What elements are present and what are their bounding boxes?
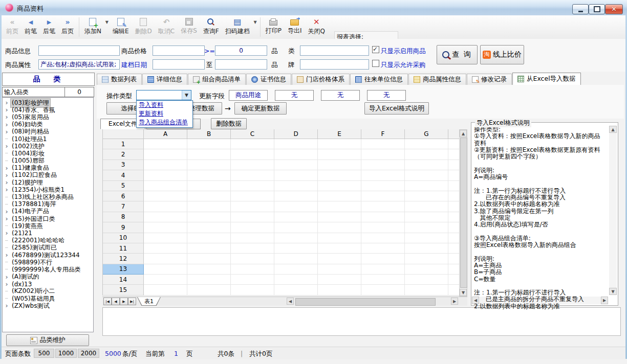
grid-cell[interactable] bbox=[231, 254, 274, 264]
expand-chevron-icon[interactable]: › bbox=[3, 208, 11, 215]
grid-column-header[interactable]: A bbox=[144, 129, 187, 139]
scroll-right-icon[interactable]: ▶ bbox=[451, 298, 458, 305]
scroll-down-icon[interactable]: ▼ bbox=[460, 289, 467, 296]
grid-cell[interactable] bbox=[144, 254, 187, 264]
brand-input[interactable] bbox=[300, 59, 369, 70]
toolbar-button-add-doc[interactable]: 添加N▼ bbox=[82, 17, 104, 37]
grid-row-header[interactable]: 6 bbox=[103, 191, 144, 201]
grid-row-header[interactable]: 9 bbox=[103, 222, 144, 233]
grid-cell[interactable] bbox=[187, 222, 231, 233]
grid-cell[interactable] bbox=[231, 181, 274, 191]
grid-cell[interactable] bbox=[187, 264, 231, 275]
operation-type-combobox[interactable]: ▼ bbox=[136, 90, 191, 100]
grid-cell[interactable] bbox=[144, 233, 187, 243]
grid-cell[interactable] bbox=[187, 243, 231, 254]
toolbar-button-close-red[interactable]: 关闭Q bbox=[306, 17, 328, 37]
grid-cell[interactable] bbox=[144, 170, 187, 180]
grid-cell[interactable] bbox=[274, 243, 318, 254]
grid-row-header[interactable]: 12 bbox=[103, 254, 144, 264]
grid-cell[interactable] bbox=[318, 170, 361, 180]
grid-corner-cell[interactable] bbox=[103, 129, 144, 139]
grid-cell[interactable] bbox=[361, 170, 405, 180]
grid-cell[interactable] bbox=[318, 285, 361, 295]
confirm-update-button[interactable]: 确定更新数据 bbox=[234, 102, 287, 115]
sheet-next-button[interactable]: ▶ bbox=[120, 298, 128, 305]
expand-chevron-icon[interactable]: › bbox=[3, 186, 11, 193]
update-field-button-3[interactable]: 无 bbox=[321, 90, 360, 101]
grid-cell[interactable] bbox=[274, 275, 318, 285]
grid-cell[interactable] bbox=[187, 285, 231, 295]
grid-row-header[interactable]: 14 bbox=[103, 275, 144, 285]
grid-cell[interactable] bbox=[361, 149, 405, 160]
grid-cell[interactable] bbox=[405, 222, 448, 233]
tree-item[interactable]: ›(A)测试的 bbox=[3, 274, 93, 281]
grid-cell[interactable] bbox=[405, 285, 448, 295]
grid-cell[interactable] bbox=[274, 170, 318, 180]
grid-cell[interactable] bbox=[274, 191, 318, 201]
grid-row-header[interactable]: 10 bbox=[103, 233, 144, 243]
tab-partner-info[interactable]: 往来单位信息 bbox=[350, 74, 408, 85]
toolbar-button-edit-doc[interactable]: 编辑E bbox=[110, 17, 132, 37]
sheet-first-button[interactable]: |◀ bbox=[103, 298, 112, 305]
grid-cell[interactable] bbox=[187, 149, 231, 160]
grid-cell[interactable] bbox=[318, 191, 361, 201]
grid-cell[interactable] bbox=[318, 160, 361, 170]
format-help-button[interactable]: 导入Excel格式说明 bbox=[364, 102, 429, 115]
grid-cell[interactable] bbox=[187, 170, 231, 180]
minimize-button[interactable] bbox=[572, 4, 589, 14]
toolbar-button-print[interactable]: 打印P bbox=[263, 17, 284, 36]
grid-cell[interactable] bbox=[361, 254, 405, 264]
category-search-input[interactable]: 输入品类 bbox=[2, 87, 66, 97]
price-min-input[interactable]: 0 bbox=[215, 46, 267, 56]
expand-chevron-icon[interactable]: › bbox=[3, 128, 11, 135]
grid-row-header[interactable]: 8 bbox=[103, 212, 144, 222]
grid-cell[interactable] bbox=[405, 254, 448, 264]
expand-chevron-icon[interactable]: › bbox=[3, 99, 11, 106]
tree-item[interactable]: ╌(19)黄燕燕 bbox=[3, 222, 93, 230]
grid-cell[interactable] bbox=[318, 222, 361, 233]
tab-combo-list[interactable]: 组合商品清单 bbox=[188, 74, 246, 85]
tab-attr-info[interactable]: 商品属性信息 bbox=[408, 74, 466, 85]
scroll-up-icon[interactable]: ▲ bbox=[460, 130, 467, 137]
grid-cell[interactable] bbox=[405, 139, 448, 149]
sheet-last-button[interactable]: ▶| bbox=[128, 298, 136, 305]
dropdown-option[interactable]: 更新资料 bbox=[137, 109, 192, 118]
grid-cell[interactable] bbox=[187, 233, 231, 243]
dropdown-option[interactable]: 导入资料 bbox=[137, 101, 192, 109]
grid-cell[interactable] bbox=[144, 264, 187, 275]
grid-cell[interactable] bbox=[144, 212, 187, 222]
grid-cell[interactable] bbox=[318, 243, 361, 254]
grid-cell[interactable] bbox=[231, 243, 274, 254]
sheet-prev-button[interactable]: ◀ bbox=[112, 298, 120, 305]
toolbar-button-prev-record[interactable]: 前笔 bbox=[22, 17, 39, 37]
grid-cell[interactable] bbox=[274, 254, 318, 264]
grid-cell[interactable] bbox=[187, 139, 231, 149]
grid-cell[interactable] bbox=[144, 222, 187, 233]
grid-cell[interactable] bbox=[231, 160, 274, 170]
grid-cell[interactable] bbox=[144, 191, 187, 201]
grid-cell[interactable] bbox=[318, 275, 361, 285]
grid-cell[interactable] bbox=[318, 149, 361, 160]
grid-cell[interactable] bbox=[274, 264, 318, 275]
grid-cell[interactable] bbox=[231, 285, 274, 295]
grid-cell[interactable] bbox=[274, 212, 318, 222]
grid-column-header[interactable]: B bbox=[187, 129, 231, 139]
grid-cell[interactable] bbox=[144, 243, 187, 254]
grid-cell[interactable] bbox=[274, 222, 318, 233]
grid-cell[interactable] bbox=[187, 160, 231, 170]
grid-cell[interactable] bbox=[231, 264, 274, 275]
online-compare-button[interactable]: 线上比价 bbox=[480, 45, 524, 64]
grid-row-header[interactable]: 7 bbox=[103, 201, 144, 212]
grid-cell[interactable] bbox=[405, 264, 448, 275]
tab-edit-log[interactable]: 修改记录 bbox=[467, 74, 512, 85]
grid-cell[interactable] bbox=[274, 139, 318, 149]
only-purchase-checkbox[interactable] bbox=[372, 60, 379, 67]
grid-column-header[interactable]: E bbox=[318, 129, 361, 139]
only-enabled-checkbox[interactable] bbox=[372, 46, 379, 53]
attr-input[interactable]: 产品;包材;虚拟商品;试用装; bbox=[38, 59, 120, 70]
grid-cell[interactable] bbox=[361, 139, 405, 149]
grid-cell[interactable] bbox=[187, 181, 231, 191]
grid-cell[interactable] bbox=[231, 170, 274, 180]
page-size-button-2000[interactable]: 2000 bbox=[78, 349, 99, 358]
date-to-input[interactable] bbox=[215, 59, 267, 70]
